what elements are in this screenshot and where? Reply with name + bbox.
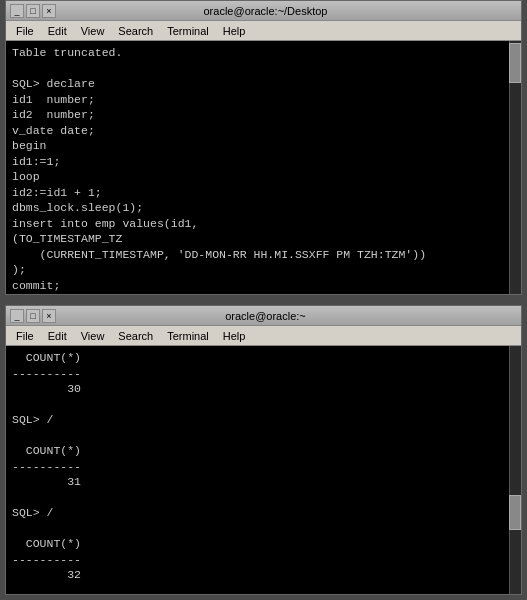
terminal-window-2[interactable]: _ □ × oracle@oracle:~ File Edit View Sea…: [5, 305, 522, 595]
menu-edit-1[interactable]: Edit: [42, 23, 73, 39]
menu-terminal-1[interactable]: Terminal: [161, 23, 215, 39]
close-button-2[interactable]: ×: [42, 309, 56, 323]
menu-search-1[interactable]: Search: [112, 23, 159, 39]
menu-help-2[interactable]: Help: [217, 328, 252, 344]
menu-edit-2[interactable]: Edit: [42, 328, 73, 344]
minimize-button-1[interactable]: _: [10, 4, 24, 18]
scrollbar-thumb-2[interactable]: [509, 495, 521, 530]
terminal-content-1: Table truncated. SQL> declare id1 number…: [12, 45, 515, 294]
menu-search-2[interactable]: Search: [112, 328, 159, 344]
title-bar-2: _ □ × oracle@oracle:~: [6, 306, 521, 326]
terminal-content-2: COUNT(*) ---------- 30 SQL> / COUNT(*) -…: [12, 350, 515, 594]
menu-help-1[interactable]: Help: [217, 23, 252, 39]
menu-terminal-2[interactable]: Terminal: [161, 328, 215, 344]
terminal-window-1[interactable]: _ □ × oracle@oracle:~/Desktop File Edit …: [5, 0, 522, 295]
menu-bar-1: File Edit View Search Terminal Help: [6, 21, 521, 41]
window-title-2: oracle@oracle:~: [56, 310, 475, 322]
close-button-1[interactable]: ×: [42, 4, 56, 18]
scrollbar-1[interactable]: [509, 41, 521, 294]
menu-view-1[interactable]: View: [75, 23, 111, 39]
scrollbar-2[interactable]: [509, 346, 521, 594]
maximize-button-1[interactable]: □: [26, 4, 40, 18]
menu-file-2[interactable]: File: [10, 328, 40, 344]
scrollbar-thumb-1[interactable]: [509, 43, 521, 83]
menu-view-2[interactable]: View: [75, 328, 111, 344]
minimize-button-2[interactable]: _: [10, 309, 24, 323]
window-title-1: oracle@oracle:~/Desktop: [56, 5, 475, 17]
terminal-body-1[interactable]: Table truncated. SQL> declare id1 number…: [6, 41, 521, 294]
window-controls-1[interactable]: _ □ ×: [10, 4, 56, 18]
terminal-body-2[interactable]: COUNT(*) ---------- 30 SQL> / COUNT(*) -…: [6, 346, 521, 594]
title-bar-1: _ □ × oracle@oracle:~/Desktop: [6, 1, 521, 21]
maximize-button-2[interactable]: □: [26, 309, 40, 323]
window-controls-2[interactable]: _ □ ×: [10, 309, 56, 323]
menu-file-1[interactable]: File: [10, 23, 40, 39]
menu-bar-2: File Edit View Search Terminal Help: [6, 326, 521, 346]
